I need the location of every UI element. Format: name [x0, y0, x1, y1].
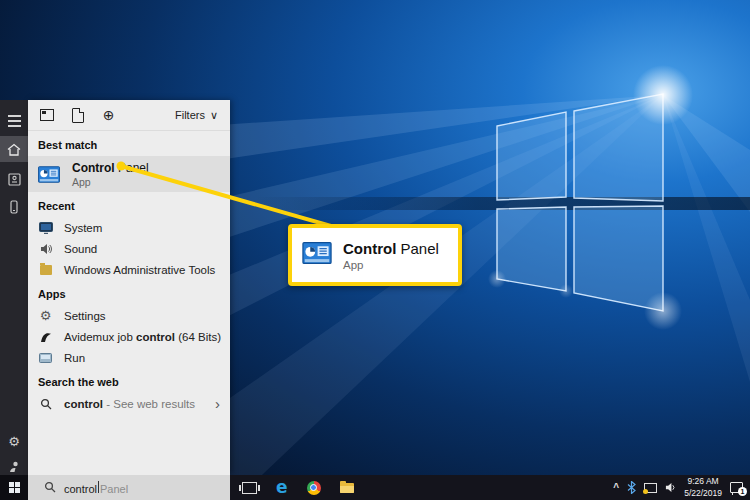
control-panel-callout: Control Panel App [288, 224, 462, 286]
search-web-header: Search the web [28, 368, 230, 393]
taskbar-clock[interactable]: 9:26 AM 5/22/2019 [684, 476, 722, 498]
apps-filter-icon[interactable] [39, 109, 54, 121]
search-icon [44, 479, 56, 497]
result-settings[interactable]: ⚙ Settings [28, 305, 230, 326]
result-avidemux[interactable]: Avidemux job control (64 Bits) [28, 326, 230, 347]
search-panel-rail: ⚙ [0, 100, 28, 475]
notebook-icon[interactable] [0, 166, 28, 192]
documents-filter-icon[interactable] [70, 108, 85, 123]
system-tray: ^ 9:26 AM 5/22/2019 1 [613, 476, 744, 498]
search-filter-row: ⊕ Filters ∨ [28, 100, 230, 131]
chevron-right-icon: › [215, 396, 220, 411]
result-admin-tools[interactable]: Windows Administrative Tools [28, 259, 230, 280]
result-sound[interactable]: Sound [28, 238, 230, 259]
taskbar-search-input[interactable]: controlPanel [28, 475, 230, 500]
action-center-icon[interactable]: 1 [730, 482, 744, 494]
task-view-icon[interactable] [242, 482, 257, 494]
bluetooth-icon[interactable] [627, 481, 636, 494]
result-subtitle: App [72, 176, 149, 188]
text-caret [98, 481, 99, 493]
search-query-text: controlPanel [64, 479, 128, 497]
recent-header: Recent [28, 192, 230, 217]
result-web-search[interactable]: control - See web results › [28, 393, 230, 414]
chevron-down-icon: ∨ [210, 109, 218, 122]
start-button[interactable] [0, 475, 28, 500]
callout-subtitle: App [343, 259, 439, 271]
apps-header: Apps [28, 280, 230, 305]
network-icon[interactable] [644, 483, 657, 493]
system-icon [38, 222, 53, 234]
filters-dropdown[interactable]: Filters ∨ [175, 109, 218, 122]
admin-tools-folder-icon [38, 265, 53, 275]
search-results-panel: ⊕ Filters ∨ Best match Control Panel App… [28, 100, 230, 475]
hamburger-menu-icon[interactable] [0, 108, 28, 134]
result-label: control - See web results [64, 398, 195, 410]
windows-logo-icon [9, 482, 20, 493]
windows-desktop: ⚙ ⊕ Filters ∨ Best match Control Panel A… [0, 0, 750, 500]
control-panel-icon [302, 242, 332, 268]
sound-icon [38, 243, 53, 255]
callout-title: Control Panel [343, 240, 439, 257]
search-icon [38, 398, 53, 410]
chrome-icon[interactable] [307, 481, 321, 495]
web-filter-icon[interactable]: ⊕ [101, 108, 116, 122]
taskbar: e ^ 9:26 AM 5/22/2019 1 [230, 475, 750, 500]
filters-label: Filters [175, 109, 205, 121]
settings-gear-icon: ⚙ [38, 309, 53, 322]
avidemux-icon [38, 331, 53, 343]
control-panel-icon [38, 166, 60, 183]
tray-chevron-up-icon[interactable]: ^ [613, 482, 619, 493]
best-match-header: Best match [28, 131, 230, 156]
volume-icon[interactable] [665, 482, 676, 493]
settings-gear-icon[interactable]: ⚙ [0, 428, 28, 454]
run-icon [38, 353, 53, 363]
result-system[interactable]: System [28, 217, 230, 238]
result-title: Control Panel [72, 161, 149, 175]
clock-time: 9:26 AM [684, 476, 722, 487]
result-label: Avidemux job control (64 Bits) [64, 331, 221, 343]
device-icon[interactable] [0, 194, 28, 220]
home-icon[interactable] [0, 136, 28, 162]
result-run[interactable]: Run [28, 347, 230, 368]
edge-icon[interactable]: e [276, 479, 288, 496]
file-explorer-icon[interactable] [340, 483, 354, 493]
notification-badge: 1 [738, 487, 747, 496]
result-control-panel[interactable]: Control Panel App [28, 156, 230, 192]
clock-date: 5/22/2019 [684, 488, 722, 499]
